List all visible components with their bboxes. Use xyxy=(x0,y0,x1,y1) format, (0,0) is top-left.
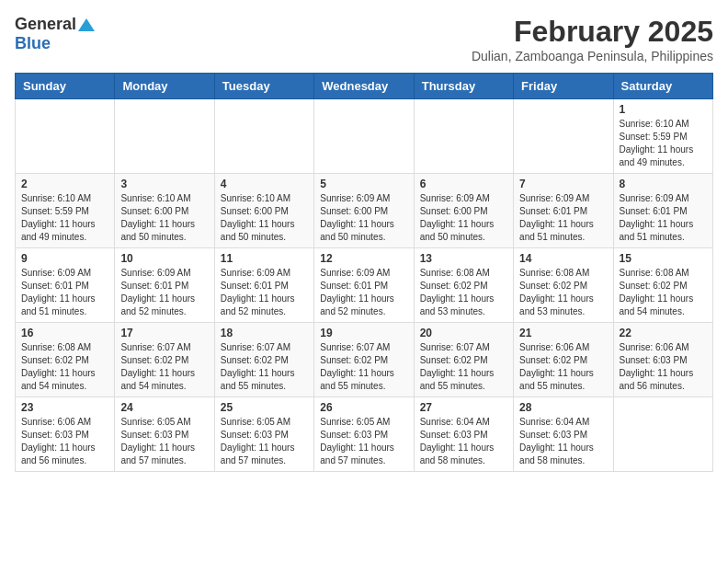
day-info: Sunrise: 6:10 AM Sunset: 5:59 PM Dayligh… xyxy=(620,118,707,169)
calendar-cell xyxy=(115,99,214,174)
day-number: 24 xyxy=(120,401,208,414)
day-number: 17 xyxy=(120,327,208,339)
svg-marker-0 xyxy=(78,18,95,31)
weekday-header-friday: Friday xyxy=(514,74,613,99)
weekday-header-monday: Monday xyxy=(115,74,214,99)
calendar-cell: 21Sunrise: 6:06 AM Sunset: 6:02 PM Dayli… xyxy=(514,323,613,397)
day-info: Sunrise: 6:07 AM Sunset: 6:02 PM Dayligh… xyxy=(221,341,308,393)
day-info: Sunrise: 6:08 AM Sunset: 6:02 PM Dayligh… xyxy=(620,267,707,318)
calendar-week-5: 23Sunrise: 6:06 AM Sunset: 6:03 PM Dayli… xyxy=(16,397,713,472)
day-info: Sunrise: 6:10 AM Sunset: 5:59 PM Dayligh… xyxy=(21,192,108,244)
day-number: 6 xyxy=(420,178,507,190)
calendar-cell: 27Sunrise: 6:04 AM Sunset: 6:03 PM Dayli… xyxy=(414,397,513,472)
day-info: Sunrise: 6:07 AM Sunset: 6:02 PM Dayligh… xyxy=(120,341,208,393)
calendar-cell: 10Sunrise: 6:09 AM Sunset: 6:01 PM Dayli… xyxy=(115,248,214,323)
page-title: February 2025 xyxy=(472,15,713,49)
calendar-cell xyxy=(514,99,613,174)
day-info: Sunrise: 6:08 AM Sunset: 6:02 PM Dayligh… xyxy=(519,267,607,318)
calendar-week-1: 1Sunrise: 6:10 AM Sunset: 5:59 PM Daylig… xyxy=(16,99,713,174)
calendar-cell: 19Sunrise: 6:07 AM Sunset: 6:02 PM Dayli… xyxy=(314,323,414,397)
logo-general-text: General xyxy=(15,15,76,34)
calendar-cell: 22Sunrise: 6:06 AM Sunset: 6:03 PM Dayli… xyxy=(613,323,712,397)
title-block: February 2025 Dulian, Zamboanga Peninsul… xyxy=(472,15,713,63)
logo: General Blue xyxy=(15,15,95,53)
logo-icon xyxy=(78,17,95,33)
day-number: 27 xyxy=(420,401,507,414)
calendar-cell xyxy=(414,99,513,174)
day-info: Sunrise: 6:06 AM Sunset: 6:03 PM Dayligh… xyxy=(620,341,707,393)
calendar-cell: 18Sunrise: 6:07 AM Sunset: 6:02 PM Dayli… xyxy=(214,323,313,397)
day-number: 14 xyxy=(519,252,607,265)
day-info: Sunrise: 6:10 AM Sunset: 6:00 PM Dayligh… xyxy=(120,192,208,244)
day-number: 15 xyxy=(620,252,707,265)
calendar-cell: 25Sunrise: 6:05 AM Sunset: 6:03 PM Dayli… xyxy=(214,397,313,472)
weekday-header-saturday: Saturday xyxy=(613,74,712,99)
calendar-week-2: 2Sunrise: 6:10 AM Sunset: 5:59 PM Daylig… xyxy=(16,174,713,248)
calendar-cell: 3Sunrise: 6:10 AM Sunset: 6:00 PM Daylig… xyxy=(115,174,214,248)
day-info: Sunrise: 6:09 AM Sunset: 6:01 PM Dayligh… xyxy=(21,267,108,318)
day-number: 2 xyxy=(21,178,108,190)
day-info: Sunrise: 6:09 AM Sunset: 6:01 PM Dayligh… xyxy=(320,267,407,318)
day-number: 10 xyxy=(120,252,208,265)
calendar-cell: 20Sunrise: 6:07 AM Sunset: 6:02 PM Dayli… xyxy=(414,323,513,397)
day-number: 7 xyxy=(519,178,607,190)
day-number: 26 xyxy=(320,401,407,414)
calendar-cell: 8Sunrise: 6:09 AM Sunset: 6:01 PM Daylig… xyxy=(613,174,712,248)
day-info: Sunrise: 6:05 AM Sunset: 6:03 PM Dayligh… xyxy=(221,416,308,467)
logo-blue-text: Blue xyxy=(15,34,51,53)
day-number: 4 xyxy=(221,178,308,190)
day-number: 19 xyxy=(320,327,407,339)
day-number: 22 xyxy=(620,327,707,339)
day-info: Sunrise: 6:09 AM Sunset: 6:00 PM Dayligh… xyxy=(320,192,407,244)
day-number: 20 xyxy=(420,327,507,339)
calendar-header-row: SundayMondayTuesdayWednesdayThursdayFrid… xyxy=(16,74,713,99)
day-number: 13 xyxy=(420,252,507,265)
day-info: Sunrise: 6:09 AM Sunset: 6:01 PM Dayligh… xyxy=(120,267,208,318)
page-header: General Blue February 2025 Dulian, Zambo… xyxy=(15,15,713,63)
day-info: Sunrise: 6:07 AM Sunset: 6:02 PM Dayligh… xyxy=(320,341,407,393)
day-number: 12 xyxy=(320,252,407,265)
day-info: Sunrise: 6:04 AM Sunset: 6:03 PM Dayligh… xyxy=(519,416,607,467)
weekday-header-thursday: Thursday xyxy=(414,74,513,99)
day-number: 28 xyxy=(519,401,607,414)
day-info: Sunrise: 6:07 AM Sunset: 6:02 PM Dayligh… xyxy=(420,341,507,393)
day-number: 11 xyxy=(221,252,308,265)
weekday-header-wednesday: Wednesday xyxy=(314,74,414,99)
weekday-header-sunday: Sunday xyxy=(16,74,115,99)
calendar-cell: 24Sunrise: 6:05 AM Sunset: 6:03 PM Dayli… xyxy=(115,397,214,472)
calendar-cell: 26Sunrise: 6:05 AM Sunset: 6:03 PM Dayli… xyxy=(314,397,414,472)
day-number: 16 xyxy=(21,327,108,339)
calendar-cell xyxy=(214,99,313,174)
day-info: Sunrise: 6:09 AM Sunset: 6:01 PM Dayligh… xyxy=(519,192,607,244)
day-number: 3 xyxy=(120,178,208,190)
day-number: 8 xyxy=(620,178,707,190)
day-number: 1 xyxy=(620,103,707,116)
calendar-cell: 17Sunrise: 6:07 AM Sunset: 6:02 PM Dayli… xyxy=(115,323,214,397)
day-info: Sunrise: 6:09 AM Sunset: 6:01 PM Dayligh… xyxy=(221,267,308,318)
day-number: 5 xyxy=(320,178,407,190)
calendar-cell: 23Sunrise: 6:06 AM Sunset: 6:03 PM Dayli… xyxy=(16,397,115,472)
day-info: Sunrise: 6:04 AM Sunset: 6:03 PM Dayligh… xyxy=(420,416,507,467)
page-subtitle: Dulian, Zamboanga Peninsula, Philippines xyxy=(472,49,713,63)
day-info: Sunrise: 6:08 AM Sunset: 6:02 PM Dayligh… xyxy=(21,341,108,393)
day-info: Sunrise: 6:05 AM Sunset: 6:03 PM Dayligh… xyxy=(120,416,208,467)
day-number: 25 xyxy=(221,401,308,414)
calendar-cell: 11Sunrise: 6:09 AM Sunset: 6:01 PM Dayli… xyxy=(214,248,313,323)
calendar-week-3: 9Sunrise: 6:09 AM Sunset: 6:01 PM Daylig… xyxy=(16,248,713,323)
day-number: 9 xyxy=(21,252,108,265)
calendar-cell: 6Sunrise: 6:09 AM Sunset: 6:00 PM Daylig… xyxy=(414,174,513,248)
day-info: Sunrise: 6:05 AM Sunset: 6:03 PM Dayligh… xyxy=(320,416,407,467)
calendar-cell: 4Sunrise: 6:10 AM Sunset: 6:00 PM Daylig… xyxy=(214,174,313,248)
day-number: 21 xyxy=(519,327,607,339)
calendar-cell xyxy=(314,99,414,174)
calendar-week-4: 16Sunrise: 6:08 AM Sunset: 6:02 PM Dayli… xyxy=(16,323,713,397)
day-number: 18 xyxy=(221,327,308,339)
calendar-cell: 7Sunrise: 6:09 AM Sunset: 6:01 PM Daylig… xyxy=(514,174,613,248)
calendar-cell xyxy=(613,397,712,472)
day-number: 23 xyxy=(21,401,108,414)
calendar-cell: 5Sunrise: 6:09 AM Sunset: 6:00 PM Daylig… xyxy=(314,174,414,248)
calendar-cell: 13Sunrise: 6:08 AM Sunset: 6:02 PM Dayli… xyxy=(414,248,513,323)
weekday-header-tuesday: Tuesday xyxy=(214,74,313,99)
calendar-cell: 15Sunrise: 6:08 AM Sunset: 6:02 PM Dayli… xyxy=(613,248,712,323)
calendar-cell: 2Sunrise: 6:10 AM Sunset: 5:59 PM Daylig… xyxy=(16,174,115,248)
